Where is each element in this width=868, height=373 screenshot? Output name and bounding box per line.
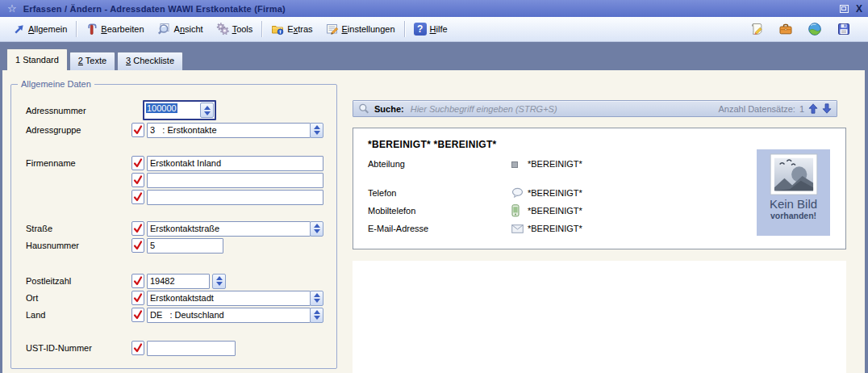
menu-einstellungen[interactable]: Einstellungen — [319, 20, 402, 38]
ort-input[interactable] — [147, 291, 311, 306]
next-record-arrow-down-icon[interactable] — [822, 103, 832, 114]
mandatory-check-icon[interactable] — [131, 291, 144, 305]
postleitzahl-label: Postleitzahl — [26, 276, 131, 286]
previous-record-arrow-up-icon[interactable] — [808, 103, 818, 114]
row-firmenname-1: Firmenname — [11, 155, 336, 171]
mandatory-check-icon[interactable] — [131, 156, 144, 170]
postleitzahl-input[interactable] — [147, 274, 210, 289]
adressnummer-spinner[interactable] — [200, 103, 214, 118]
row-ort: Ort — [11, 290, 336, 306]
mandatory-check-icon[interactable] — [131, 308, 144, 322]
telefon-value: *BEREINIGT* — [528, 188, 582, 198]
save-icon[interactable] — [836, 21, 852, 37]
application-window: ☆ Erfassen / Ändern - Adressdaten WAWI E… — [0, 0, 868, 373]
tab-checkliste[interactable]: 3 Checkliste — [117, 52, 183, 70]
strasse-spinner[interactable] — [310, 221, 323, 237]
mandatory-check-icon[interactable] — [131, 238, 144, 253]
menu-tools[interactable]: Tools — [210, 20, 260, 38]
edit-tool-icon — [86, 23, 98, 36]
magnifier-page-icon — [157, 23, 171, 36]
menu-bearbeiten[interactable]: Bearbeiten — [79, 20, 150, 38]
notes-icon[interactable] — [749, 21, 765, 37]
titlebar: ☆ Erfassen / Ändern - Adressdaten WAWI E… — [0, 0, 868, 17]
row-firmenname-2 — [11, 172, 336, 188]
firmenname-input-2[interactable] — [147, 173, 323, 188]
hausnummer-label: Hausnummer — [26, 241, 131, 250]
email-value: *BEREINIGT* — [528, 224, 582, 233]
land-input[interactable] — [147, 308, 311, 323]
window-frame: 1 Standard 2 Texte 3 Checkliste Allgemei… — [0, 42, 868, 373]
gears-icon — [216, 23, 229, 36]
records-count: 1 — [799, 104, 804, 114]
firmenname-input-3[interactable] — [147, 190, 323, 205]
menu-separator — [261, 21, 262, 37]
strasse-label: Straße — [26, 224, 131, 233]
menu-separator — [404, 21, 405, 37]
menu-extras[interactable]: Extras — [265, 20, 319, 38]
window-title: Erfassen / Ändern - Adressdaten WAWI Ers… — [23, 4, 286, 14]
favorite-star-icon[interactable]: ☆ — [7, 3, 17, 14]
row-adressgruppe: Adressgruppe — [11, 122, 336, 138]
search-label: Suche: — [374, 104, 404, 114]
briefcase-icon[interactable] — [778, 21, 794, 37]
menu-label: Extras — [287, 24, 312, 34]
strasse-input[interactable] — [147, 221, 311, 237]
ustid-input[interactable] — [147, 341, 236, 356]
row-ustid: UST-ID-Nummer — [11, 340, 336, 356]
adressnummer-input[interactable]: 100000 — [143, 100, 216, 120]
no-image-text-line1: Kein Bild — [757, 197, 830, 211]
adressgruppe-input[interactable] — [147, 123, 311, 138]
adressnummer-selected-value: 100000 — [146, 103, 177, 113]
mandatory-check-icon[interactable] — [131, 123, 144, 137]
row-adressnummer: Adressnummer 100000 — [11, 100, 336, 120]
picture-icon — [770, 153, 818, 195]
no-image-text-line2: vorhanden! — [757, 211, 830, 220]
tab-bar: 1 Standard 2 Texte 3 Checkliste — [6, 48, 185, 70]
maximize-icon[interactable] — [840, 5, 849, 13]
contact-name-heading: *BEREINIGT* *BEREINIGT* — [368, 139, 497, 150]
hausnummer-input[interactable] — [147, 238, 223, 254]
row-postleitzahl: Postleitzahl — [11, 273, 336, 289]
ort-spinner[interactable] — [310, 291, 323, 306]
menu-label: Tools — [232, 24, 253, 34]
search-icon — [358, 103, 369, 115]
menu-label: Einstellungen — [342, 24, 395, 34]
menu-separator — [76, 21, 77, 37]
menu-label: Ansicht — [174, 24, 203, 34]
tab-texte[interactable]: 2 Texte — [69, 52, 115, 70]
tab-standard[interactable]: 1 Standard — [6, 48, 68, 70]
menu-label: Hilfe — [430, 24, 448, 34]
mandatory-check-icon[interactable] — [131, 173, 144, 187]
firmenname-input-1[interactable] — [147, 156, 323, 171]
mandatory-check-icon[interactable] — [131, 274, 144, 288]
contact-summary-box: *BEREINIGT* *BEREINIGT* Abteilung *BEREI… — [353, 128, 846, 249]
allgemeine-daten-group: Allgemeine Daten Adressnummer 100000 Adr… — [10, 84, 337, 369]
settings-note-icon — [326, 23, 339, 36]
lower-detail-panel — [353, 261, 846, 373]
email-label: E-Mail-Adresse — [368, 224, 428, 233]
speech-bubble-icon — [511, 187, 524, 199]
records-count-label: Anzahl Datensätze: — [718, 104, 795, 114]
firmenname-label: Firmenname — [26, 158, 131, 168]
menu-hilfe[interactable]: ? Hilfe — [407, 20, 454, 38]
mandatory-check-icon[interactable] — [131, 341, 144, 355]
land-spinner[interactable] — [310, 308, 323, 323]
land-label: Land — [26, 310, 131, 320]
menu-label: Bearbeiten — [101, 24, 144, 34]
ort-label: Ort — [26, 293, 131, 303]
search-input[interactable]: Hier Suchbegriff eingeben (STRG+S) — [411, 104, 719, 114]
mandatory-check-icon[interactable] — [131, 221, 144, 236]
mandatory-check-icon[interactable] — [131, 190, 144, 204]
menu-allgemein[interactable]: Allgemein — [6, 21, 73, 38]
help-icon: ? — [414, 23, 427, 36]
no-image-placeholder[interactable]: Kein Bild vorhanden! — [757, 149, 830, 236]
adressgruppe-spinner[interactable] — [310, 123, 323, 138]
row-firmenname-3 — [11, 189, 336, 205]
bullet-square-icon — [511, 159, 518, 168]
globe-icon[interactable] — [807, 21, 823, 37]
postleitzahl-spinner[interactable] — [212, 274, 226, 289]
row-strasse: Straße — [11, 220, 336, 237]
close-icon[interactable]: X — [856, 4, 862, 14]
menu-ansicht[interactable]: Ansicht — [151, 20, 210, 38]
adressnummer-text: 100000 — [144, 102, 199, 119]
